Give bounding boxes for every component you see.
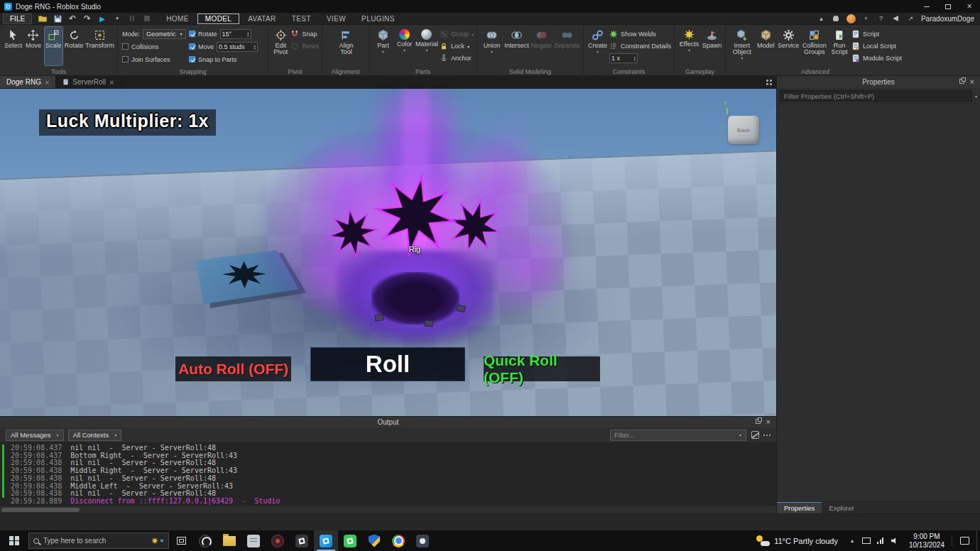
close-panel-icon[interactable]: × — [766, 419, 771, 425]
lock-button[interactable]: Lock▾ — [440, 40, 474, 52]
tab-model[interactable]: MODEL — [197, 13, 240, 24]
file-menu-button[interactable]: FILE — [3, 13, 32, 24]
taskbar-app-chrome[interactable] — [386, 530, 410, 551]
tab-avatar[interactable]: AVATAR — [241, 14, 283, 23]
service-button[interactable]: Service — [778, 27, 799, 65]
redo-icon[interactable]: ↷ — [82, 13, 92, 23]
constraint-details-button[interactable]: Constraint Details — [609, 40, 671, 52]
username[interactable]: ParadoxumDoge — [921, 15, 974, 23]
taskbar-app-file-explorer[interactable] — [217, 530, 241, 551]
notifications-bell-icon[interactable] — [832, 14, 841, 23]
viewport-3d[interactable]: Luck Multiplier: 1x Rig Auto Roll (OFF) … — [0, 89, 776, 416]
chevron-down-icon[interactable]: ▾ — [739, 432, 741, 437]
tab-view[interactable]: VIEW — [320, 14, 353, 23]
log-line-disconnect[interactable]: 20:59:28.889 Disconnect from ::ffff:127.… — [0, 498, 776, 506]
tab-overview-icon[interactable] — [766, 80, 772, 85]
pivot-reset-button[interactable]: Reset — [290, 40, 319, 52]
run-script-button[interactable]: Run Script — [829, 27, 849, 65]
more-options-icon[interactable] — [763, 435, 771, 436]
taskbar-app-roblox-studio[interactable] — [314, 530, 338, 551]
taskbar-app-obs[interactable] — [193, 530, 217, 551]
pivot-snap-button[interactable]: Snap — [290, 28, 319, 40]
search-input[interactable] — [43, 537, 147, 545]
close-tab-icon[interactable]: × — [109, 78, 114, 87]
align-tool-button[interactable]: Align Tool — [334, 27, 359, 65]
taskbar-app-1[interactable] — [241, 530, 266, 551]
material-button[interactable]: Material ▾ — [416, 27, 437, 65]
scale-tool-button[interactable]: Scale — [45, 27, 62, 65]
roll-button[interactable]: Roll — [310, 347, 465, 381]
avatar[interactable] — [846, 14, 856, 23]
tab-explorer[interactable]: Explorer — [822, 502, 861, 513]
part-button[interactable]: Part ▾ — [374, 27, 393, 65]
module-script-button[interactable]: Module Script — [851, 53, 902, 64]
intersect-button[interactable]: Intersect — [504, 27, 529, 65]
properties-filter-input[interactable] — [780, 90, 972, 102]
volume-icon[interactable] — [888, 530, 902, 551]
display-icon[interactable] — [859, 530, 873, 551]
tab-home[interactable]: HOME — [159, 14, 196, 23]
messages-filter-dropdown[interactable]: All Messages▾ — [6, 430, 64, 441]
network-icon[interactable] — [873, 530, 888, 551]
taskbar-app-security[interactable] — [362, 530, 386, 551]
negate-button[interactable]: Negate — [531, 27, 552, 65]
taskbar-clock[interactable]: 9:00 PM 10/13/2024 — [902, 533, 952, 550]
float-window-icon[interactable] — [756, 419, 761, 424]
doc-tab-doge-rng[interactable]: Doge RNG × — [0, 76, 56, 88]
tab-properties[interactable]: Properties — [777, 502, 822, 513]
view-cube[interactable]: Back — [728, 116, 759, 144]
insert-object-button[interactable]: Insert Object ▾ — [730, 27, 753, 65]
chevron-down-icon[interactable]: ▾ — [975, 94, 977, 99]
play-icon[interactable]: ▶ — [97, 13, 107, 23]
taskbar-app-4[interactable] — [410, 530, 435, 551]
quick-roll-button[interactable]: Quick Roll (OFF) — [484, 356, 600, 381]
maximize-button[interactable] — [937, 0, 959, 13]
move-snap-checkbox[interactable] — [189, 43, 195, 50]
float-window-icon[interactable] — [959, 79, 964, 84]
help-icon[interactable]: ? — [876, 14, 886, 23]
show-desktop-button[interactable] — [976, 530, 980, 551]
join-surfaces-checkbox[interactable]: Join Surfaces — [122, 54, 183, 65]
show-welds-button[interactable]: Show Welds — [609, 28, 671, 40]
close-tab-icon[interactable]: × — [45, 78, 49, 87]
output-horizontal-scrollbar[interactable] — [0, 506, 776, 513]
rig-base[interactable] — [371, 272, 459, 324]
separate-button[interactable]: Separate — [554, 27, 580, 65]
collapse-ribbon-icon[interactable]: ▴ — [817, 14, 826, 23]
task-view-button[interactable] — [169, 530, 193, 551]
rotate-tool-button[interactable]: Rotate — [65, 27, 84, 65]
spawn-button[interactable]: Spawn — [702, 27, 722, 65]
edit-pivot-button[interactable]: Edit Pivot — [273, 27, 288, 65]
rotate-snap-checkbox[interactable] — [189, 31, 195, 37]
share-icon[interactable]: ↗ — [906, 14, 915, 23]
clear-output-icon[interactable] — [751, 431, 759, 439]
anchor-button[interactable]: Anchor — [440, 53, 474, 64]
script-button[interactable]: Script — [851, 28, 902, 40]
rotate-snap-stepper[interactable]: 15°▴▾ — [220, 29, 251, 39]
open-file-icon[interactable] — [38, 13, 48, 23]
hidden-icons-chevron[interactable]: ▴ — [845, 530, 859, 551]
debris-part[interactable] — [425, 320, 434, 327]
stop-icon[interactable] — [142, 13, 152, 23]
announcements-icon[interactable] — [891, 14, 900, 23]
weather-widget[interactable]: 11°C Partly cloudy — [749, 530, 845, 551]
start-button[interactable] — [0, 530, 28, 551]
close-button[interactable]: × — [959, 0, 980, 13]
taskbar-app-roblox-player[interactable] — [290, 530, 314, 551]
collision-groups-button[interactable]: Collision Groups — [801, 27, 827, 65]
move-tool-button[interactable]: Move — [24, 27, 42, 65]
close-panel-icon[interactable]: × — [970, 79, 974, 85]
action-center-button[interactable] — [952, 530, 976, 551]
mode-select[interactable]: Geometric▾ — [143, 29, 186, 39]
model-button[interactable]: Model — [756, 27, 775, 65]
play-mode-dropdown-icon[interactable]: ▾ — [112, 13, 122, 23]
undo-icon[interactable]: ↶ — [67, 13, 77, 23]
taskbar-search[interactable] — [28, 533, 169, 549]
transform-tool-button[interactable]: Transform — [85, 27, 114, 65]
select-tool-button[interactable]: Select — [4, 27, 22, 65]
minimize-button[interactable] — [916, 0, 937, 13]
scrollbar-thumb[interactable] — [1, 508, 80, 512]
group-button[interactable]: Group▾ — [440, 28, 474, 40]
taskbar-app-3[interactable] — [338, 530, 362, 551]
color-button[interactable]: Color ▾ — [395, 27, 414, 65]
